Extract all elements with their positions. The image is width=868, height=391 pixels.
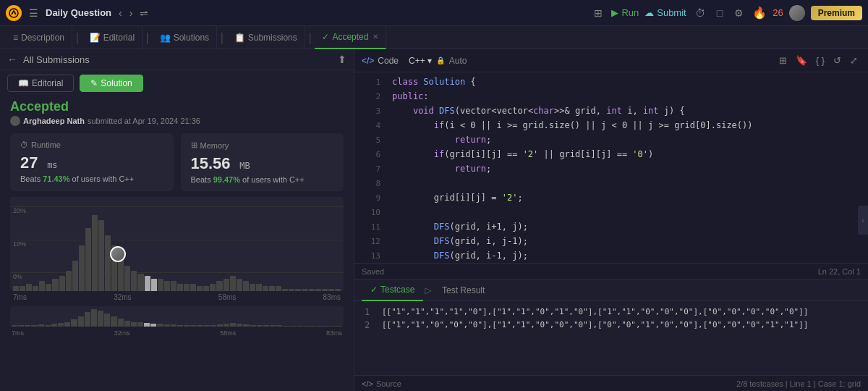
submissions-icon: 📋: [234, 33, 245, 43]
tabs-bar: ≡ Description | 📝 Editorial | 👥 Solution…: [0, 26, 868, 49]
sidebar-toggle-button[interactable]: ☰: [26, 6, 41, 20]
bottom-status-bar: </> Source 2/8 testcases | Line 1 | Case…: [354, 375, 868, 391]
code-brackets-icon: </>: [362, 56, 374, 66]
fire-icon: 🔥: [752, 6, 767, 20]
grid-icon-button[interactable]: ⊞: [591, 6, 605, 20]
editorial-icon: 📝: [90, 33, 101, 43]
memory-beat: Beats 99.47% of users with C++: [191, 175, 334, 184]
chevron-down-icon: ▾: [427, 56, 432, 66]
tab-testcase[interactable]: ✓ Testcase: [362, 279, 423, 301]
solution-sub-icon: ✎: [90, 78, 98, 88]
chart-bars: [10, 197, 344, 291]
note-button[interactable]: □: [714, 6, 726, 20]
code-line: 9 grid[i][j] = '2';: [354, 191, 868, 206]
editorial-sub-tab[interactable]: 📖 Editorial: [7, 75, 74, 92]
tab-submissions[interactable]: 📋 Submissions: [227, 26, 305, 49]
accepted-label: Accepted: [10, 99, 344, 114]
memory-value: 15.56 MB: [191, 154, 334, 173]
code-line: 11 DFS(grid, i+1, j);: [354, 220, 868, 235]
mini-x-labels: 7ms 32ms 58ms 83ms: [10, 329, 344, 337]
expand-button[interactable]: ⤢: [847, 54, 861, 67]
code-line: 8: [354, 177, 868, 191]
source-section: </> Source: [362, 379, 401, 388]
tab-sep-1: |: [74, 30, 81, 44]
page-title: Daily Question: [46, 7, 111, 18]
runtime-beat: Beats 71.43% of users with C++: [20, 175, 163, 183]
next-button[interactable]: ›: [127, 6, 136, 20]
description-icon: ≡: [13, 33, 18, 43]
submitted-by: Arghadeep Nath submitted at Apr 19, 2024…: [10, 116, 344, 126]
language-selector[interactable]: C++ ▾: [409, 56, 432, 66]
back-button[interactable]: ←: [7, 54, 17, 65]
top-bar-left: ☰ Daily Question ‹ › ⇌: [6, 5, 585, 21]
avatar[interactable]: [789, 5, 805, 21]
code-toolbar-right: ⊞ 🔖 { } ↺ ⤢: [776, 54, 861, 67]
clock-icon: ⏱: [20, 140, 28, 149]
timer-button[interactable]: ⏱: [692, 6, 708, 20]
tab-editorial[interactable]: 📝 Editorial: [82, 26, 142, 49]
settings-code-button[interactable]: ⊞: [776, 54, 790, 67]
code-line: 5 return;: [354, 133, 868, 148]
tab-accepted[interactable]: ✓ Accepted ✕: [315, 26, 386, 49]
prev-button[interactable]: ‹: [116, 6, 125, 20]
chart-area: 20% 10% 0%: [10, 197, 344, 291]
tab-description[interactable]: ≡ Description: [6, 26, 72, 49]
tab-solutions[interactable]: 👥 Solutions: [153, 26, 217, 49]
editor-status-bar: Saved Ln 22, Col 1: [354, 263, 868, 279]
top-bar: ☰ Daily Question ‹ › ⇌ ⊞ ▶ Run ☁ Submit …: [0, 0, 868, 26]
memory-title: ⊞ Memory: [191, 140, 334, 150]
undo-button[interactable]: ↺: [830, 54, 844, 67]
submitter-name: Arghadeep Nath: [23, 117, 85, 125]
chart-section: 20% 10% 0% 7ms 32ms 58ms 83ms: [0, 197, 354, 391]
logo-icon: [6, 5, 22, 21]
memory-icon: ⊞: [191, 140, 197, 150]
right-panel-wrapper: </> Code C++ ▾ 🔒 Auto ⊞ 🔖 { } ↺ ⤢: [354, 49, 868, 391]
runtime-title: ⏱ Runtime: [20, 140, 163, 149]
tab-close-icon[interactable]: ✕: [373, 33, 378, 41]
submit-button[interactable]: ☁ Submit: [644, 7, 686, 18]
code-header: </> Code C++ ▾ 🔒 Auto ⊞ 🔖 { } ↺ ⤢: [354, 49, 868, 72]
mini-chart-bars: [10, 306, 344, 327]
code-line: 4 if(i < 0 || i >= grid.size() || j < 0 …: [354, 119, 868, 133]
code-line: 1 class Solution {: [354, 75, 868, 90]
top-bar-right: ⊞ ▶ Run ☁ Submit ⏱ □ ⚙ 🔥 26 Premium: [591, 5, 862, 21]
code-line: 2 public:: [354, 90, 868, 104]
testcase-line-2: 2 [["1","1","0","0","0"],["1","1","0","0…: [365, 320, 858, 330]
run-button[interactable]: ▶ Run: [611, 7, 639, 18]
bottom-tabs: ✓ Testcase ▷ Test Result: [354, 279, 868, 301]
bookmark-button[interactable]: 🔖: [793, 54, 810, 67]
cursor-position: Ln 22, Col 1: [818, 267, 861, 276]
testcase-line-1: 1 [["1","1","1","1","0"],["1","1","0","1…: [365, 307, 858, 317]
bottom-status-right: 2/8 testcases | Line 1 | Case 1: grid: [736, 379, 861, 388]
saved-status: Saved: [362, 267, 384, 276]
run-label: Run: [621, 7, 639, 18]
tab-sep-2: |: [144, 30, 151, 44]
settings-button[interactable]: ⚙: [731, 6, 746, 20]
code-title: </> Code: [362, 56, 399, 66]
right-panel: </> Code C++ ▾ 🔒 Auto ⊞ 🔖 { } ↺ ⤢: [354, 49, 868, 391]
expand-handle[interactable]: ‹: [858, 206, 868, 235]
nav-arrows: ‹ › ⇌: [116, 6, 151, 20]
premium-button[interactable]: Premium: [811, 6, 862, 20]
tab-sep-4: |: [307, 30, 314, 44]
accepted-section: Accepted Arghadeep Nath submitted at Apr…: [0, 96, 354, 127]
solution-sub-tab[interactable]: ✎ Solution: [80, 75, 142, 92]
left-panel: ← All Submissions ⬆ 📖 Editorial ✎ Soluti…: [0, 49, 354, 391]
mini-chart-area: [10, 306, 344, 327]
source-label: Source: [376, 379, 401, 388]
shuffle-button[interactable]: ⇌: [137, 6, 151, 20]
tab-test-result[interactable]: Test Result: [433, 279, 493, 301]
code-editor[interactable]: 1 class Solution { 2 public: 3 void DFS(…: [354, 72, 868, 263]
solutions-icon: 👥: [160, 33, 171, 43]
code-line: 10: [354, 206, 868, 220]
stats-cards: ⏱ Runtime 27 ms Beats 71.43% of users wi…: [0, 127, 354, 197]
memory-card: ⊞ Memory 15.56 MB Beats 99.47% of users …: [181, 133, 344, 191]
code-line: 13 DFS(grid, i-1, j);: [354, 249, 868, 263]
code-line: 7 return;: [354, 162, 868, 177]
accepted-check-icon: ✓: [322, 32, 329, 42]
format-button[interactable]: { }: [813, 54, 827, 67]
bottom-panel: ✓ Testcase ▷ Test Result 1 [["1","1","1"…: [354, 279, 868, 391]
share-button[interactable]: ⬆: [338, 54, 346, 65]
play-icon: ▶: [611, 7, 618, 18]
all-submissions-label: All Submissions: [23, 54, 90, 65]
